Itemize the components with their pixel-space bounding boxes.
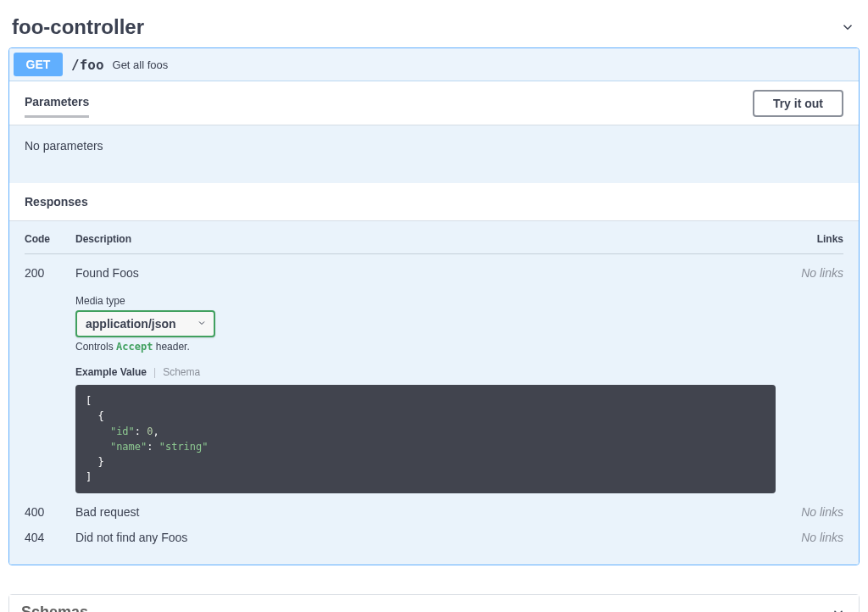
schemas-block: Schemas Foo { id integer($int64) name st… (8, 594, 860, 612)
response-description: Found Foos (75, 266, 776, 280)
try-it-out-button[interactable]: Try it out (753, 90, 843, 117)
response-links: No links (776, 505, 843, 519)
col-header-code: Code (25, 233, 75, 245)
response-links: No links (776, 266, 843, 493)
example-schema-tabs: Example Value | Schema (75, 366, 776, 378)
tab-schema[interactable]: Schema (163, 366, 200, 378)
col-header-links: Links (776, 233, 843, 245)
http-method-badge: GET (14, 53, 63, 76)
accept-header-note: Controls Accept header. (75, 341, 776, 353)
media-type-label: Media type (75, 295, 776, 307)
tab-parameters[interactable]: Parameters (25, 88, 89, 118)
no-parameters-text: No parameters (25, 139, 103, 153)
response-row-400: 400 Bad request No links (25, 493, 843, 519)
schemas-header[interactable]: Schemas (9, 595, 859, 612)
media-type-select-wrap: application/json (75, 310, 215, 337)
parameters-body: No parameters (9, 125, 859, 183)
operation-summary[interactable]: GET /foo Get all foos (9, 48, 859, 81)
operation-description: Get all foos (113, 58, 169, 71)
chevron-down-icon (830, 604, 847, 613)
response-description: Did not find any Foos (75, 531, 776, 544)
response-code: 404 (25, 531, 75, 544)
tab-example-value[interactable]: Example Value (75, 366, 147, 378)
response-row-200: 200 Found Foos Media type application/js… (25, 254, 843, 493)
responses-header: Responses (9, 183, 859, 221)
example-json-block: [ { "id": 0, "name": "string" } ] (75, 385, 776, 493)
operation-block: GET /foo Get all foos Parameters Try it … (8, 47, 860, 565)
chevron-down-icon (839, 19, 856, 36)
schemas-title: Schemas (21, 604, 88, 612)
tag-header[interactable]: foo-controller (8, 8, 860, 47)
responses-body: Code Description Links 200 Found Foos Me… (9, 221, 859, 565)
col-header-description: Description (75, 233, 776, 245)
response-description: Bad request (75, 505, 776, 519)
operation-path: /foo (71, 57, 104, 73)
parameters-header: Parameters Try it out (9, 81, 859, 125)
response-code: 200 (25, 266, 75, 493)
response-code: 400 (25, 505, 75, 519)
response-row-404: 404 Did not find any Foos No links (25, 519, 843, 544)
responses-table-head: Code Description Links (25, 233, 843, 254)
response-links: No links (776, 531, 843, 544)
media-type-select[interactable]: application/json (75, 310, 215, 337)
tag-title: foo-controller (12, 15, 144, 39)
